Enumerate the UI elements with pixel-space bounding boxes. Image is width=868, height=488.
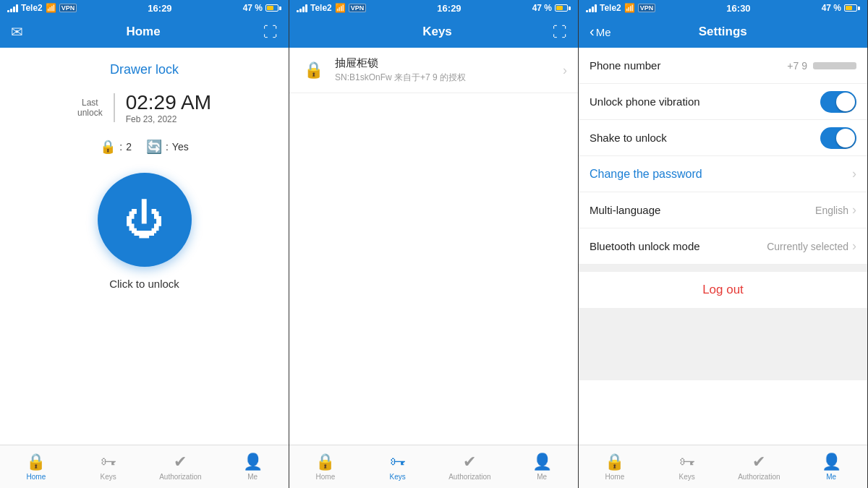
status-left-1: Tele2 📶 VPN <box>7 3 77 13</box>
back-chevron-icon: ‹ <box>590 23 595 40</box>
wifi-icon-3: 📶 <box>624 3 635 13</box>
expand-icon-2[interactable]: ⛶ <box>553 24 567 40</box>
stats-row: 🔒 : 2 🔄 : Yes <box>100 139 188 155</box>
lock-count-item: 🔒 : 2 <box>100 139 132 155</box>
key-item-icon: 🔒 <box>304 61 323 80</box>
phone-number-row: Phone number +7 9 <box>579 48 867 84</box>
tab-auth-label-1: Authorization <box>159 473 201 481</box>
tab-home-label-1: Home <box>27 473 46 481</box>
last-unlock-container: Lastunlock 02:29 AM Feb 23, 2022 <box>77 92 211 124</box>
last-unlock-time: 02:29 AM <box>126 92 211 114</box>
tab-home-icon-2: 🔒 <box>315 453 335 471</box>
settings-main: Phone number +7 9 Unlock phone vibration… <box>579 48 867 445</box>
multi-language-chevron: › <box>852 202 856 218</box>
tab-home-1[interactable]: 🔒 Home <box>0 445 72 488</box>
mail-icon[interactable]: ✉ <box>11 23 23 40</box>
tab-me-1[interactable]: 👤 Me <box>216 445 289 488</box>
key-info: 抽屉柜锁 SN:B1skOnFw 来自于+7 9 的授权 <box>335 56 563 84</box>
battery-icon-2 <box>555 4 571 12</box>
nav-bar-settings: ‹ Me Settings <box>579 16 867 48</box>
tab-auth-1[interactable]: ✔ Authorization <box>145 445 217 488</box>
tab-keys-icon-2: 🗝 <box>390 453 406 471</box>
unlock-button[interactable]: ⏻ <box>98 173 192 267</box>
bluetooth-unlock-row[interactable]: Bluetooth unlock mode Currently selected… <box>579 228 867 265</box>
shake-to-unlock-label: Shake to unlock <box>590 132 820 144</box>
drawer-lock-title: Drawer lock <box>110 62 179 77</box>
phone-number-label: Phone number <box>590 59 787 72</box>
time-1: 16:29 <box>148 3 171 14</box>
signal-icon-1 <box>7 4 18 12</box>
lock-count: 2 <box>126 141 132 153</box>
settings-divider <box>579 265 867 272</box>
shake-to-unlock-toggle[interactable] <box>820 127 856 149</box>
vpn-badge-1: VPN <box>59 4 77 12</box>
carrier-2: Tele2 <box>310 3 332 13</box>
panel-home: Tele2 📶 VPN 16:29 47 % ✉ Home ⛶ Drawer l… <box>0 0 289 488</box>
home-content: Drawer lock Lastunlock 02:29 AM Feb 23, … <box>0 48 289 304</box>
settings-footer-bg <box>579 308 867 380</box>
tab-keys-2[interactable]: 🗝 Keys <box>362 445 434 488</box>
tab-me-icon-3: 👤 <box>822 453 841 471</box>
tab-auth-icon-2: ✔ <box>463 453 476 471</box>
check-label: Yes <box>172 141 189 153</box>
tab-keys-icon-1: 🗝 <box>101 453 116 471</box>
vpn-badge-2: VPN <box>349 4 367 12</box>
phone-value: +7 9 <box>787 60 807 72</box>
tab-me-icon-2: 👤 <box>532 453 552 471</box>
tab-home-2[interactable]: 🔒 Home <box>289 445 362 488</box>
time-2: 16:29 <box>437 3 461 14</box>
tab-me-3[interactable]: 👤 Me <box>795 445 867 488</box>
multi-language-value: English <box>815 205 848 216</box>
panel-keys: Tele2 📶 VPN 16:29 47 % Keys ⛶ 🔒 抽屉柜锁 SN:… <box>289 0 579 488</box>
check-item: 🔄 : Yes <box>146 139 189 155</box>
key-chevron: › <box>563 63 567 78</box>
nav-bar-home: ✉ Home ⛶ <box>0 16 289 48</box>
last-unlock-divider <box>114 93 115 122</box>
time-3: 16:30 <box>726 3 750 14</box>
tab-home-3[interactable]: 🔒 Home <box>579 445 651 488</box>
status-right-2: 47 % <box>532 3 571 13</box>
bluetooth-unlock-chevron: › <box>852 239 856 254</box>
tab-keys-3[interactable]: 🗝 Keys <box>651 445 723 488</box>
tab-me-label-2: Me <box>537 473 547 481</box>
back-button[interactable]: ‹ Me <box>590 24 611 40</box>
log-out-label: Log out <box>702 283 744 297</box>
expand-icon-1[interactable]: ⛶ <box>263 24 278 40</box>
wifi-icon-1: 📶 <box>46 3 56 13</box>
battery-percent-2: 47 % <box>532 3 552 13</box>
log-out-row[interactable]: Log out <box>579 272 867 308</box>
tab-bar-2: 🔒 Home 🗝 Keys ✔ Authorization 👤 Me <box>289 445 578 488</box>
tab-auth-icon-3: ✔ <box>752 453 765 471</box>
tab-bar-1: 🔒 Home 🗝 Keys ✔ Authorization 👤 Me <box>0 445 289 488</box>
unlock-vibration-label: Unlock phone vibration <box>590 95 820 108</box>
unlock-vibration-toggle[interactable] <box>820 91 856 113</box>
tab-keys-1[interactable]: 🗝 Keys <box>72 445 145 488</box>
tab-home-icon-1: 🔒 <box>26 453 46 471</box>
colon-check: : <box>166 141 169 153</box>
tab-auth-3[interactable]: ✔ Authorization <box>723 445 796 488</box>
tab-auth-icon-1: ✔ <box>174 453 187 471</box>
battery-percent-1: 47 % <box>243 3 263 13</box>
key-name: 抽屉柜锁 <box>335 56 563 70</box>
shake-to-unlock-row: Shake to unlock <box>579 120 867 156</box>
status-right-3: 47 % <box>822 3 860 13</box>
tab-me-2[interactable]: 👤 Me <box>506 445 578 488</box>
battery-icon-1 <box>265 4 281 12</box>
key-list-item[interactable]: 🔒 抽屉柜锁 SN:B1skOnFw 来自于+7 9 的授权 › <box>289 48 578 93</box>
battery-icon-3 <box>844 4 860 12</box>
tab-auth-label-2: Authorization <box>448 473 490 481</box>
tab-auth-label-3: Authorization <box>738 473 780 481</box>
last-unlock-date: Feb 23, 2022 <box>126 114 211 124</box>
unlock-vibration-row: Unlock phone vibration <box>579 84 867 120</box>
tab-me-label-3: Me <box>826 473 836 481</box>
home-main: Drawer lock Lastunlock 02:29 AM Feb 23, … <box>0 48 289 445</box>
last-unlock-label: Lastunlock <box>77 98 103 118</box>
change-password-label: Change the password <box>590 168 852 181</box>
colon-lock: : <box>119 141 122 153</box>
change-password-row[interactable]: Change the password › <box>579 156 867 192</box>
multi-language-row[interactable]: Multi-language English › <box>579 192 867 228</box>
change-password-chevron: › <box>852 166 856 181</box>
panel-settings: Tele2 📶 VPN 16:30 47 % ‹ Me Settings Pho… <box>579 0 868 488</box>
tab-auth-2[interactable]: ✔ Authorization <box>434 445 506 488</box>
lock-stat-icon: 🔒 <box>100 139 116 155</box>
